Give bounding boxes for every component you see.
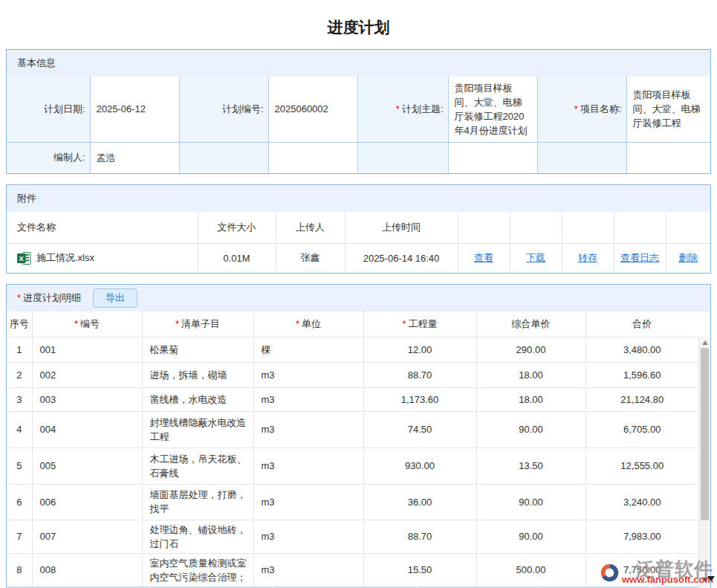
detail-section-header: *进度计划明细 导出 xyxy=(7,285,710,311)
table-row: 5005 木工进场，吊天花板、石膏线m3 930.0013.50 12,555.… xyxy=(7,448,698,484)
field-value-plan-subject: 贵阳项目样板间、大堂、电梯厅装修工程2020年4月份进度计划 xyxy=(448,77,537,142)
download-link[interactable]: 下载 xyxy=(526,252,545,263)
col-header-code: *编号 xyxy=(32,311,142,337)
empty-label-cell xyxy=(537,142,626,173)
field-label-author: 编制人: xyxy=(7,142,90,173)
attachment-row: X 施工情况.xlsx 0.01M 张鑫 2025-06-14 16:40 查看… xyxy=(7,243,710,273)
save-as-link[interactable]: 转存 xyxy=(578,252,597,263)
col-header-quantity: *工程量 xyxy=(363,311,476,337)
detail-section-title: *进度计划明细 xyxy=(17,285,81,311)
file-uploader: 张鑫 xyxy=(276,243,345,273)
basic-info-section: 基本信息 计划日期: 2025-06-12 计划编号: 2025060002 *… xyxy=(6,49,711,174)
svg-text:X: X xyxy=(19,254,25,262)
attachments-table: 文件名称 文件大小 上传人 上传时间 xyxy=(7,212,710,273)
scrollbar-thumb[interactable] xyxy=(701,348,709,520)
field-label-plan-subject: *计划主题: xyxy=(357,77,448,142)
attachments-section-title: 附件 xyxy=(7,185,710,212)
table-row: 7007 处理边角、铺设地砖，过门石m3 88.7090.00 7,983.00 xyxy=(7,520,698,553)
col-header-file-size: 文件大小 xyxy=(198,212,276,243)
col-header-unit-price: 综合单价 xyxy=(476,311,585,337)
delete-link[interactable]: 删除 xyxy=(678,252,698,263)
field-label-project-name: *项目名称: xyxy=(537,77,626,142)
field-value-project-name: 贵阳项目样板间、大堂、电梯厅装修工程 xyxy=(626,77,710,142)
empty-value-cell xyxy=(626,142,710,173)
table-row: 6006 墙面基层处理，打磨，找平m3 36.0090.00 3,240.00 xyxy=(7,484,698,520)
basic-info-section-title: 基本信息 xyxy=(7,50,710,77)
export-button[interactable]: 导出 xyxy=(93,288,137,308)
field-label-plan-number: 计划编号: xyxy=(179,77,268,142)
basic-info-table: 计划日期: 2025-06-12 计划编号: 2025060002 *计划主题:… xyxy=(7,77,710,173)
attachments-section: 附件 文件名称 文件大小 上传人 上传时间 xyxy=(6,184,711,274)
detail-section: *进度计划明细 导出 序号 *编号 *清单子目 *单位 *工程量 综合单价 xyxy=(6,284,711,588)
page-title: 进度计划 xyxy=(0,0,717,49)
col-header-item: *清单子目 xyxy=(142,311,253,337)
field-value-plan-number: 2025060002 xyxy=(268,77,357,142)
empty-label-cell xyxy=(357,142,448,173)
file-upload-time: 2025-06-14 16:40 xyxy=(345,243,458,273)
empty-label-cell xyxy=(179,142,268,173)
col-header-action xyxy=(614,212,666,243)
field-value-author: 孟浩 xyxy=(90,142,179,173)
excel-file-icon: X xyxy=(17,252,31,265)
vertical-scrollbar[interactable] xyxy=(698,337,710,588)
field-label-plan-date: 计划日期: xyxy=(7,77,90,142)
progress-plan-page: 进度计划 基本信息 计划日期: 2025-06-12 计划编号: 2025060… xyxy=(0,0,717,588)
table-row: 1001 松果菊棵 12.00290.00 3,480.00 xyxy=(7,337,698,362)
scroll-up-arrow-icon[interactable] xyxy=(702,340,708,345)
view-link[interactable]: 查看 xyxy=(474,252,493,263)
cursor-arrow-icon xyxy=(707,576,715,581)
col-header-uploader: 上传人 xyxy=(276,212,345,243)
col-header-seq: 序号 xyxy=(7,311,32,337)
detail-table: 序号 *编号 *清单子目 *单位 *工程量 综合单价 合价 1001 松果菊棵 … xyxy=(7,311,698,587)
table-row: 3003 凿线槽，水电改造m3 1,173.6018.00 21,124.80 xyxy=(7,387,698,411)
col-header-action xyxy=(458,212,510,243)
col-header-upload-time: 上传时间 xyxy=(345,212,458,243)
col-header-file-name: 文件名称 xyxy=(7,212,198,243)
col-header-unit: *单位 xyxy=(253,311,363,337)
table-row: 8008 室内空气质量检测或室内空气污染综合治理；m3 15.50500.00 … xyxy=(7,553,698,587)
view-log-link[interactable]: 查看日志 xyxy=(620,252,659,263)
field-value-plan-date: 2025-06-12 xyxy=(90,77,179,142)
col-header-action xyxy=(666,212,710,243)
detail-table-area: 序号 *编号 *清单子目 *单位 *工程量 综合单价 合价 1001 松果菊棵 … xyxy=(7,311,710,588)
col-header-action xyxy=(562,212,614,243)
file-size: 0.01M xyxy=(198,243,276,273)
table-row: 4004 封埋线槽隐蔽水电改造工程m3 74.5090.00 6,705.00 xyxy=(7,411,698,448)
col-header-total: 合价 xyxy=(585,311,698,337)
table-row: 2002 进场，拆墙，砌墙m3 88.7018.00 1,596.60 xyxy=(7,362,698,387)
empty-value-cell xyxy=(268,142,357,173)
empty-value-cell xyxy=(448,142,537,173)
file-name: 施工情况.xlsx xyxy=(36,251,94,265)
col-header-action xyxy=(510,212,562,243)
